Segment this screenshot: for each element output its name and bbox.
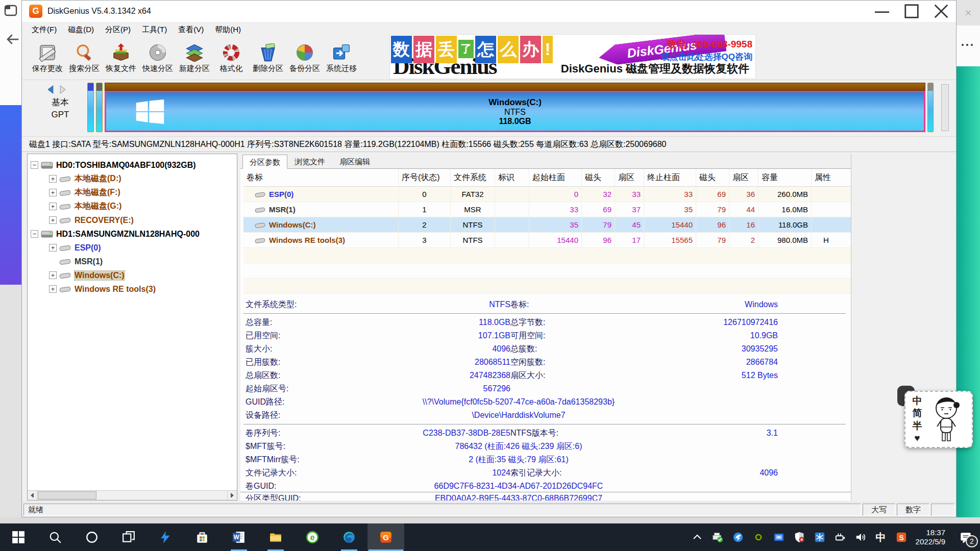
- sogou-ime-widget[interactable]: 中 简 半 ♥: [904, 391, 973, 448]
- expander-plus-icon[interactable]: +: [49, 271, 57, 279]
- column-header[interactable]: 扇区: [729, 169, 758, 186]
- disk-map-scrollbar[interactable]: [941, 84, 949, 131]
- expander-plus-icon[interactable]: +: [49, 285, 57, 293]
- taskbar-clock[interactable]: 18:37 2022/5/9: [916, 528, 945, 546]
- prev-disk-icon[interactable]: [46, 85, 54, 94]
- taskbar-search-button[interactable]: [37, 523, 74, 551]
- tray-intel-graphics[interactable]: [770, 528, 788, 546]
- column-header[interactable]: 卷标: [243, 169, 398, 186]
- column-header[interactable]: 磁头: [581, 169, 615, 186]
- menu-item-tools[interactable]: 工具(T): [136, 22, 173, 37]
- partition-row-windows-c-[interactable]: Windows(C:)2NTFS357945154409616118.0GB: [243, 217, 851, 233]
- column-header[interactable]: 容量: [758, 169, 811, 186]
- expander-minus-icon[interactable]: −: [31, 230, 38, 238]
- menu-item-partition[interactable]: 分区(P): [100, 22, 136, 37]
- partition-row-msr-1-[interactable]: MSR(1)1MSR33693735794416.0MB: [243, 202, 851, 217]
- tree-item-hd1[interactable]: −HD1:SAMSUNGMZNLN128HAHQ-000: [28, 227, 237, 241]
- notification-center-button[interactable]: 2: [951, 523, 980, 551]
- toolbar-search-partition[interactable]: 搜索分区: [66, 39, 103, 79]
- tree-item-recovery-e[interactable]: +RECOVERY(E:): [28, 213, 237, 227]
- toolbar-format[interactable]: 格式化: [213, 39, 250, 79]
- tree-item-windows-c[interactable]: +Windows(C:): [28, 268, 237, 282]
- menu-item-view[interactable]: 查看(V): [173, 22, 209, 37]
- partition-row-windows-re-tools-3-[interactable]: Windows RE tools(3)3NTFS1544096171556579…: [243, 233, 851, 248]
- tray-ime-zh[interactable]: 中: [872, 528, 890, 546]
- tree-item-local-f[interactable]: +本地磁盘(F:): [28, 186, 237, 199]
- taskbar-cortana-button[interactable]: [74, 523, 110, 551]
- close-button[interactable]: [926, 1, 956, 22]
- tree-item-local-g[interactable]: +本地磁盘(G:): [28, 199, 237, 213]
- menu-item-help[interactable]: 帮助(H): [209, 22, 247, 37]
- partition-bar-windows-c[interactable]: Windows(C:) NTFS 118.0GB: [105, 91, 925, 132]
- tab-browse-files[interactable]: 浏览文件: [287, 154, 332, 168]
- column-header[interactable]: 起始柱面: [529, 169, 581, 186]
- expander-plus-icon[interactable]: +: [49, 189, 57, 196]
- browser-back-icon[interactable]: [5, 32, 20, 47]
- menu-item-file[interactable]: 文件(F): [26, 22, 62, 37]
- toolbar-quick-partition[interactable]: 快速分区: [139, 39, 176, 79]
- maximize-button[interactable]: [897, 1, 926, 22]
- tree-item-esp[interactable]: +ESP(0): [28, 241, 237, 255]
- ime-halfwidth-label[interactable]: 半: [911, 420, 924, 432]
- column-header[interactable]: 磁头: [696, 169, 729, 186]
- toolbar-delete-partition[interactable]: 删除分区: [250, 39, 286, 79]
- tray-volume[interactable]: [851, 528, 870, 546]
- menu-item-disk[interactable]: 磁盘(D): [62, 22, 100, 37]
- column-header[interactable]: 标识: [495, 169, 529, 186]
- toolbar-backup-partition[interactable]: 备份分区: [286, 39, 323, 79]
- tree-item-msr[interactable]: MSR(1): [28, 255, 237, 268]
- background-close-icon[interactable]: [964, 8, 973, 17]
- tray-sogou[interactable]: S: [892, 528, 911, 546]
- tree-item-local-d[interactable]: +本地磁盘(D:): [28, 172, 237, 186]
- tree-item-re-tools[interactable]: +Windows RE tools(3): [28, 282, 237, 296]
- scroll-left-icon[interactable]: [28, 491, 37, 500]
- taskbar-start-button[interactable]: [0, 523, 37, 551]
- scroll-right-icon[interactable]: [227, 491, 237, 500]
- minimize-button[interactable]: [867, 1, 897, 22]
- column-header[interactable]: 属性: [811, 169, 841, 186]
- tree-horizontal-scrollbar[interactable]: [28, 490, 237, 500]
- ime-simplified-label[interactable]: 简: [911, 407, 924, 419]
- column-header[interactable]: 文件系统: [450, 169, 495, 186]
- next-disk-icon[interactable]: [59, 85, 67, 94]
- ime-lang-label[interactable]: 中: [911, 395, 924, 407]
- column-header[interactable]: 序号(状态): [398, 169, 450, 186]
- tab-partition-params[interactable]: 分区参数: [242, 155, 287, 169]
- expander-minus-icon[interactable]: −: [31, 161, 38, 169]
- toolbar-recover-files[interactable]: 恢复文件: [103, 39, 139, 79]
- ime-heart-icon[interactable]: ♥: [911, 432, 924, 444]
- tray-snowflake[interactable]: [811, 528, 829, 546]
- taskbar-store-button[interactable]: [184, 523, 220, 551]
- expander-plus-icon[interactable]: +: [49, 216, 57, 224]
- toolbar-new-partition[interactable]: 新建分区: [176, 39, 213, 79]
- partition-bar-re-tools[interactable]: [927, 83, 934, 132]
- toolbar-system-migration[interactable]: 系统迁移: [323, 39, 360, 79]
- taskbar-browser-green-e-button[interactable]: e: [294, 523, 331, 551]
- partition-bar-msr[interactable]: [96, 83, 103, 132]
- taskbar-edge-button[interactable]: [331, 523, 368, 551]
- column-header[interactable]: 终止柱面: [644, 169, 696, 186]
- toolbar-save-changes[interactable]: 保存更改: [29, 39, 66, 79]
- expander-plus-icon[interactable]: +: [49, 244, 57, 252]
- tray-hidden-icons-chevron[interactable]: [688, 528, 706, 546]
- scrollbar-thumb[interactable]: [38, 491, 96, 499]
- taskbar-explorer-button[interactable]: [257, 523, 294, 551]
- taskbar-word-button[interactable]: W: [220, 523, 257, 551]
- taskbar-diskgenius-button[interactable]: G: [368, 523, 404, 551]
- tray-dingtalk[interactable]: [729, 528, 747, 546]
- taskbar-task-view-button[interactable]: [110, 523, 147, 551]
- tray-printer-ok[interactable]: [708, 528, 727, 546]
- ad-banner[interactable]: DiskGenius 数据丢了怎么办! DiskGenius 致电: 400-0…: [389, 34, 756, 79]
- tray-security-alert[interactable]: [790, 528, 808, 546]
- tree-item-hd0[interactable]: −HD0:TOSHIBAMQ04ABF100(932GB): [28, 158, 237, 172]
- expander-plus-icon[interactable]: +: [49, 203, 57, 210]
- tray-power[interactable]: [831, 528, 849, 546]
- tab-sector-edit[interactable]: 扇区编辑: [332, 154, 377, 168]
- browser-more-icon[interactable]: [960, 41, 975, 49]
- partition-row-esp-0-[interactable]: ESP(0)0FAT3203233336936260.0MB: [243, 187, 851, 202]
- taskbar-flash-button[interactable]: [147, 523, 184, 551]
- expander-plus-icon[interactable]: +: [49, 175, 57, 183]
- partition-bar-esp[interactable]: [87, 83, 94, 132]
- column-header[interactable]: 扇区: [615, 169, 644, 186]
- tray-nvidia[interactable]: [749, 528, 768, 546]
